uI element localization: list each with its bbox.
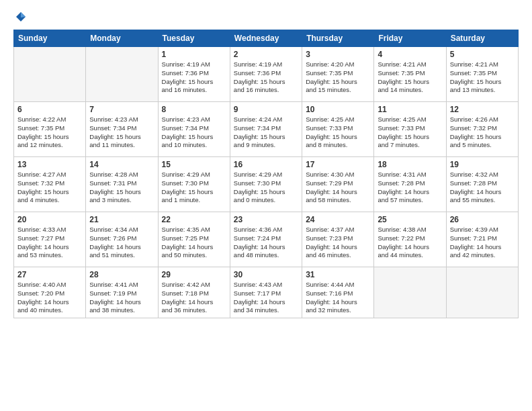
- day-number: 10: [306, 105, 370, 114]
- day-info: Sunrise: 4:24 AM Sunset: 7:34 PM Dayligh…: [234, 116, 298, 150]
- week-row: 1Sunrise: 4:19 AM Sunset: 7:36 PM Daylig…: [14, 47, 519, 102]
- weekday-header: Wednesday: [230, 30, 302, 47]
- day-info: Sunrise: 4:41 AM Sunset: 7:19 PM Dayligh…: [89, 281, 154, 315]
- weekday-header-row: SundayMondayTuesdayWednesdayThursdayFrid…: [14, 30, 519, 47]
- day-info: Sunrise: 4:22 AM Sunset: 7:35 PM Dayligh…: [17, 116, 82, 150]
- weekday-header: Monday: [86, 30, 158, 47]
- day-info: Sunrise: 4:23 AM Sunset: 7:34 PM Dayligh…: [162, 116, 226, 150]
- day-number: 25: [378, 215, 442, 224]
- week-row: 6Sunrise: 4:22 AM Sunset: 7:35 PM Daylig…: [14, 102, 519, 157]
- calendar-cell: 1Sunrise: 4:19 AM Sunset: 7:36 PM Daylig…: [158, 47, 230, 102]
- calendar-cell: 30Sunrise: 4:43 AM Sunset: 7:17 PM Dayli…: [230, 267, 302, 318]
- calendar-cell: 3Sunrise: 4:20 AM Sunset: 7:35 PM Daylig…: [302, 47, 374, 102]
- calendar-cell: [374, 267, 446, 318]
- week-row: 20Sunrise: 4:33 AM Sunset: 7:27 PM Dayli…: [14, 212, 519, 267]
- day-number: 28: [89, 270, 154, 279]
- day-number: 17: [306, 160, 370, 169]
- day-info: Sunrise: 4:32 AM Sunset: 7:28 PM Dayligh…: [450, 171, 515, 205]
- weekday-header: Saturday: [446, 30, 518, 47]
- day-number: 18: [378, 160, 442, 169]
- calendar-cell: [446, 267, 518, 318]
- day-info: Sunrise: 4:31 AM Sunset: 7:28 PM Dayligh…: [378, 171, 442, 205]
- calendar-cell: 22Sunrise: 4:35 AM Sunset: 7:25 PM Dayli…: [158, 212, 230, 267]
- day-number: 31: [306, 270, 370, 279]
- day-info: Sunrise: 4:34 AM Sunset: 7:26 PM Dayligh…: [89, 226, 154, 260]
- day-info: Sunrise: 4:26 AM Sunset: 7:32 PM Dayligh…: [450, 116, 515, 150]
- calendar-cell: 5Sunrise: 4:21 AM Sunset: 7:35 PM Daylig…: [446, 47, 518, 102]
- calendar-cell: 23Sunrise: 4:36 AM Sunset: 7:24 PM Dayli…: [230, 212, 302, 267]
- calendar-cell: 7Sunrise: 4:23 AM Sunset: 7:34 PM Daylig…: [86, 102, 158, 157]
- logo-icon: [15, 11, 27, 23]
- weekday-header: Tuesday: [158, 30, 230, 47]
- day-info: Sunrise: 4:39 AM Sunset: 7:21 PM Dayligh…: [450, 226, 515, 260]
- day-number: 7: [89, 105, 154, 114]
- day-number: 4: [378, 50, 442, 59]
- day-info: Sunrise: 4:25 AM Sunset: 7:33 PM Dayligh…: [306, 116, 370, 150]
- day-info: Sunrise: 4:19 AM Sunset: 7:36 PM Dayligh…: [162, 60, 226, 95]
- calendar-cell: 28Sunrise: 4:41 AM Sunset: 7:19 PM Dayli…: [86, 267, 158, 318]
- day-number: 30: [234, 270, 298, 279]
- calendar-cell: 13Sunrise: 4:27 AM Sunset: 7:32 PM Dayli…: [14, 157, 86, 212]
- day-number: 12: [450, 105, 515, 114]
- day-info: Sunrise: 4:27 AM Sunset: 7:32 PM Dayligh…: [17, 171, 82, 205]
- day-info: Sunrise: 4:43 AM Sunset: 7:17 PM Dayligh…: [234, 281, 298, 315]
- calendar-cell: 16Sunrise: 4:29 AM Sunset: 7:30 PM Dayli…: [230, 157, 302, 212]
- day-number: 1: [162, 50, 226, 59]
- day-info: Sunrise: 4:19 AM Sunset: 7:36 PM Dayligh…: [234, 60, 298, 95]
- calendar-cell: 29Sunrise: 4:42 AM Sunset: 7:18 PM Dayli…: [158, 267, 230, 318]
- calendar-cell: [86, 47, 158, 102]
- day-info: Sunrise: 4:33 AM Sunset: 7:27 PM Dayligh…: [17, 226, 82, 260]
- day-info: Sunrise: 4:21 AM Sunset: 7:35 PM Dayligh…: [378, 60, 442, 95]
- week-row: 13Sunrise: 4:27 AM Sunset: 7:32 PM Dayli…: [14, 157, 519, 212]
- calendar-cell: 27Sunrise: 4:40 AM Sunset: 7:20 PM Dayli…: [14, 267, 86, 318]
- day-number: 23: [234, 215, 298, 224]
- day-info: Sunrise: 4:29 AM Sunset: 7:30 PM Dayligh…: [162, 171, 226, 205]
- day-number: 9: [234, 105, 298, 114]
- calendar-cell: 19Sunrise: 4:32 AM Sunset: 7:28 PM Dayli…: [446, 157, 518, 212]
- page: SundayMondayTuesdayWednesdayThursdayFrid…: [0, 0, 532, 411]
- calendar-cell: 31Sunrise: 4:44 AM Sunset: 7:16 PM Dayli…: [302, 267, 374, 318]
- calendar-cell: 15Sunrise: 4:29 AM Sunset: 7:30 PM Dayli…: [158, 157, 230, 212]
- day-info: Sunrise: 4:20 AM Sunset: 7:35 PM Dayligh…: [306, 60, 370, 95]
- day-number: 24: [306, 215, 370, 224]
- calendar-cell: 24Sunrise: 4:37 AM Sunset: 7:23 PM Dayli…: [302, 212, 374, 267]
- day-number: 5: [450, 50, 515, 59]
- weekday-header: Sunday: [14, 30, 86, 47]
- day-info: Sunrise: 4:37 AM Sunset: 7:23 PM Dayligh…: [306, 226, 370, 260]
- calendar-cell: 2Sunrise: 4:19 AM Sunset: 7:36 PM Daylig…: [230, 47, 302, 102]
- calendar-cell: 12Sunrise: 4:26 AM Sunset: 7:32 PM Dayli…: [446, 102, 518, 157]
- day-info: Sunrise: 4:23 AM Sunset: 7:34 PM Dayligh…: [89, 116, 154, 150]
- day-number: 6: [17, 105, 82, 114]
- day-number: 8: [162, 105, 226, 114]
- day-number: 29: [162, 270, 226, 279]
- day-number: 21: [89, 215, 154, 224]
- day-info: Sunrise: 4:25 AM Sunset: 7:33 PM Dayligh…: [378, 116, 442, 150]
- header: [13, 11, 519, 23]
- day-info: Sunrise: 4:21 AM Sunset: 7:35 PM Dayligh…: [450, 60, 515, 95]
- calendar-cell: 8Sunrise: 4:23 AM Sunset: 7:34 PM Daylig…: [158, 102, 230, 157]
- calendar: SundayMondayTuesdayWednesdayThursdayFrid…: [13, 30, 519, 318]
- day-info: Sunrise: 4:40 AM Sunset: 7:20 PM Dayligh…: [17, 281, 82, 315]
- calendar-cell: 25Sunrise: 4:38 AM Sunset: 7:22 PM Dayli…: [374, 212, 446, 267]
- week-row: 27Sunrise: 4:40 AM Sunset: 7:20 PM Dayli…: [14, 267, 519, 318]
- svg-marker-1: [21, 12, 26, 17]
- day-info: Sunrise: 4:38 AM Sunset: 7:22 PM Dayligh…: [378, 226, 442, 260]
- calendar-cell: 21Sunrise: 4:34 AM Sunset: 7:26 PM Dayli…: [86, 212, 158, 267]
- calendar-cell: 14Sunrise: 4:28 AM Sunset: 7:31 PM Dayli…: [86, 157, 158, 212]
- day-number: 13: [17, 160, 82, 169]
- day-info: Sunrise: 4:30 AM Sunset: 7:29 PM Dayligh…: [306, 171, 370, 205]
- calendar-cell: 6Sunrise: 4:22 AM Sunset: 7:35 PM Daylig…: [14, 102, 86, 157]
- day-number: 26: [450, 215, 515, 224]
- day-number: 22: [162, 215, 226, 224]
- day-info: Sunrise: 4:42 AM Sunset: 7:18 PM Dayligh…: [162, 281, 226, 315]
- day-info: Sunrise: 4:28 AM Sunset: 7:31 PM Dayligh…: [89, 171, 154, 205]
- calendar-cell: 26Sunrise: 4:39 AM Sunset: 7:21 PM Dayli…: [446, 212, 518, 267]
- calendar-cell: 17Sunrise: 4:30 AM Sunset: 7:29 PM Dayli…: [302, 157, 374, 212]
- day-number: 15: [162, 160, 226, 169]
- calendar-cell: 20Sunrise: 4:33 AM Sunset: 7:27 PM Dayli…: [14, 212, 86, 267]
- day-number: 20: [17, 215, 82, 224]
- day-info: Sunrise: 4:44 AM Sunset: 7:16 PM Dayligh…: [306, 281, 370, 315]
- calendar-cell: [14, 47, 86, 102]
- day-number: 27: [17, 270, 82, 279]
- calendar-cell: 18Sunrise: 4:31 AM Sunset: 7:28 PM Dayli…: [374, 157, 446, 212]
